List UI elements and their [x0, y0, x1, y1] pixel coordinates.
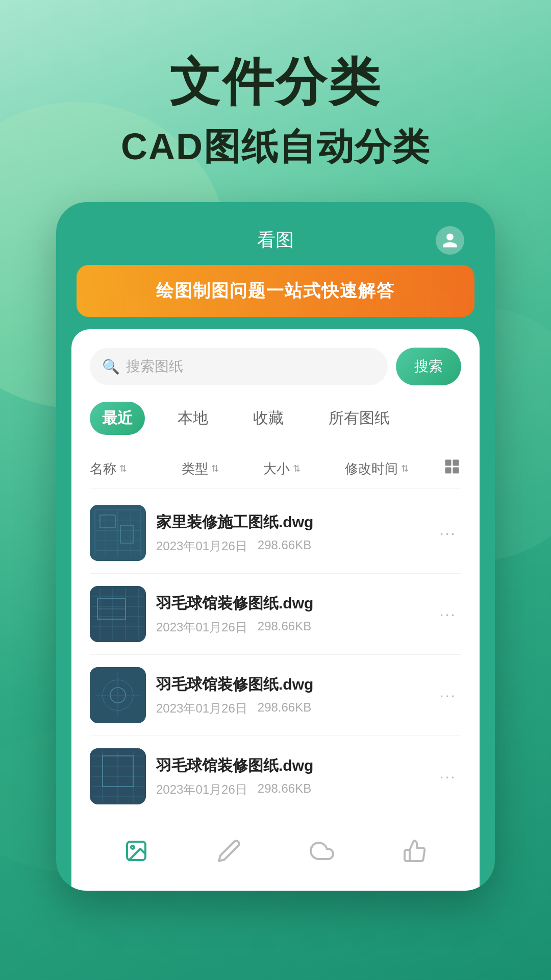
- file-name: 羽毛球馆装修图纸.dwg: [156, 674, 424, 695]
- nav-gallery[interactable]: [108, 832, 165, 869]
- file-name: 家里装修施工图纸.dwg: [156, 512, 424, 533]
- search-button[interactable]: 搜索: [396, 348, 461, 385]
- file-info: 羽毛球馆装修图纸.dwg 2023年01月26日 298.66KB: [156, 755, 424, 798]
- file-item[interactable]: 家里装修施工图纸.dwg 2023年01月26日 298.66KB ···: [90, 493, 461, 574]
- grid-view-icon[interactable]: [443, 457, 461, 480]
- sort-by-size[interactable]: 大小 ⇅: [263, 460, 345, 478]
- search-bar: 🔍 搜索图纸 搜索: [90, 348, 461, 385]
- edit-icon: [216, 838, 242, 864]
- file-more-button[interactable]: ···: [434, 681, 461, 710]
- app-header: 看图: [71, 217, 480, 265]
- file-info: 家里装修施工图纸.dwg 2023年01月26日 298.66KB: [156, 512, 424, 554]
- svg-point-44: [131, 846, 134, 849]
- file-size: 298.66KB: [258, 538, 311, 554]
- phone-mockup: 看图 绘图制图问题一站式快速解答 🔍 搜索图纸 搜索 最近 本地 收藏 所有图纸: [56, 202, 495, 891]
- file-item[interactable]: 羽毛球馆装修图纸.dwg 2023年01月26日 298.66KB ···: [90, 736, 461, 817]
- file-size: 298.66KB: [258, 700, 311, 717]
- svg-rect-17: [90, 586, 146, 642]
- file-name: 羽毛球馆装修图纸.dwg: [156, 593, 424, 614]
- file-date: 2023年01月26日: [156, 538, 247, 554]
- user-icon: [441, 232, 459, 249]
- file-meta: 2023年01月26日 298.66KB: [156, 700, 424, 717]
- search-icon: 🔍: [102, 358, 120, 375]
- sort-name-arrow: ⇅: [119, 463, 127, 474]
- file-date: 2023年01月26日: [156, 781, 247, 798]
- app-title: 看图: [257, 228, 294, 253]
- avatar-button[interactable]: [436, 226, 464, 255]
- tab-bar: 最近 本地 收藏 所有图纸: [90, 402, 461, 435]
- sort-bar: 名称 ⇅ 类型 ⇅ 大小 ⇅ 修改时间 ⇅: [90, 449, 461, 488]
- tab-favorite[interactable]: 收藏: [241, 402, 296, 435]
- sort-size-arrow: ⇅: [293, 463, 300, 474]
- banner-text: 绘图制图问题一站式快速解答: [156, 281, 395, 300]
- file-thumbnail: [90, 667, 146, 723]
- cloud-icon: [309, 838, 335, 864]
- nav-edit[interactable]: [201, 832, 258, 869]
- svg-rect-2: [445, 468, 452, 474]
- file-meta: 2023年01月26日 298.66KB: [156, 781, 424, 798]
- file-thumbnail: [90, 748, 146, 804]
- file-item[interactable]: 羽毛球馆装修图纸.dwg 2023年01月26日 298.66KB ···: [90, 574, 461, 655]
- svg-rect-1: [453, 460, 459, 466]
- sub-title: CAD图纸自动分类: [0, 122, 551, 172]
- content-area: 🔍 搜索图纸 搜索 最近 本地 收藏 所有图纸 名称 ⇅ 类型 ⇅ 大小 ⇅: [71, 329, 480, 891]
- nav-thumb[interactable]: [386, 832, 443, 869]
- file-meta: 2023年01月26日 298.66KB: [156, 538, 424, 554]
- file-info: 羽毛球馆装修图纸.dwg 2023年01月26日 298.66KB: [156, 674, 424, 717]
- search-placeholder-text: 搜索图纸: [126, 357, 183, 376]
- thumb-icon: [402, 838, 428, 864]
- search-input-wrapper[interactable]: 🔍 搜索图纸: [90, 348, 388, 385]
- file-meta: 2023年01月26日 298.66KB: [156, 619, 424, 635]
- main-title: 文件分类: [0, 51, 551, 112]
- file-more-button[interactable]: ···: [434, 519, 461, 548]
- sort-by-type[interactable]: 类型 ⇅: [182, 460, 263, 478]
- file-thumbnail: [90, 586, 146, 642]
- file-info: 羽毛球馆装修图纸.dwg 2023年01月26日 298.66KB: [156, 593, 424, 635]
- tab-all[interactable]: 所有图纸: [316, 402, 402, 435]
- file-more-button[interactable]: ···: [434, 762, 461, 791]
- bottom-nav: [90, 822, 461, 885]
- file-more-button[interactable]: ···: [434, 600, 461, 629]
- tab-local[interactable]: 本地: [165, 402, 220, 435]
- title-section: 文件分类 CAD图纸自动分类: [0, 0, 551, 172]
- file-thumbnail: [90, 505, 146, 561]
- file-item[interactable]: 羽毛球馆装修图纸.dwg 2023年01月26日 298.66KB ···: [90, 655, 461, 736]
- sort-by-modified[interactable]: 修改时间 ⇅: [345, 460, 443, 478]
- gallery-icon: [123, 838, 149, 864]
- sort-modified-arrow: ⇅: [401, 463, 409, 474]
- file-size: 298.66KB: [258, 619, 311, 635]
- file-date: 2023年01月26日: [156, 619, 247, 635]
- file-date: 2023年01月26日: [156, 700, 247, 717]
- nav-cloud[interactable]: [293, 832, 350, 869]
- sort-type-arrow: ⇅: [211, 463, 219, 474]
- file-size: 298.66KB: [258, 781, 311, 798]
- svg-rect-0: [445, 460, 452, 466]
- sort-by-name[interactable]: 名称 ⇅: [90, 460, 182, 478]
- tab-recent[interactable]: 最近: [90, 402, 145, 435]
- file-name: 羽毛球馆装修图纸.dwg: [156, 755, 424, 776]
- file-list: 家里装修施工图纸.dwg 2023年01月26日 298.66KB ···: [90, 493, 461, 817]
- svg-rect-3: [453, 468, 459, 474]
- promo-banner[interactable]: 绘图制图问题一站式快速解答: [77, 265, 474, 317]
